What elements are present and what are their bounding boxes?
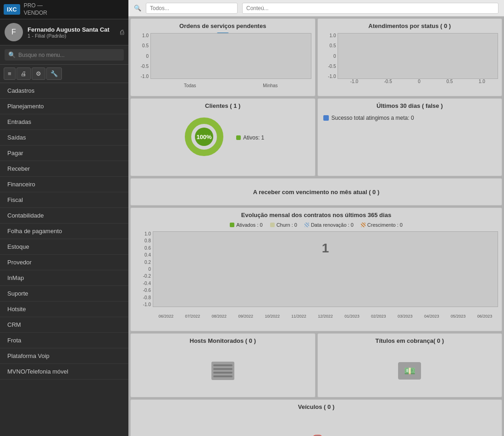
dashboard: Ordens de serviços pendentes 0 1.0 0.5 0… xyxy=(128,17,504,436)
ev-leg-crescimento: Crescimento : 0 xyxy=(361,222,403,228)
titulos-card: Títulos em cobrança( 0 ) 💵 xyxy=(317,333,503,397)
ultimos-card: Últimos 30 dias ( false ) Sucesso total … xyxy=(317,98,503,176)
evolucao-chart: 1.0 0.8 0.6 0.4 0.2 0 -0.2 -0.4 -0.6 -0.… xyxy=(134,231,498,319)
sidebar: IXC PRO — VENDOR F Fernando Augusto Sant… xyxy=(0,0,128,436)
veiculos-title: Veículos ( 0 ) xyxy=(298,403,334,410)
main-topbar: 🔍 xyxy=(128,0,504,17)
share-icon[interactable]: ⎙ xyxy=(120,28,124,36)
sidebar-item-voip[interactable]: Plataforma Voip xyxy=(0,348,128,364)
atend-x-labels: -1.0 -0.5 0 0.5 1.0 xyxy=(321,79,498,84)
y-label-5: -1.0 xyxy=(141,74,149,79)
sidebar-item-entradas[interactable]: Entradas xyxy=(0,114,128,130)
ev-dot-crescimento xyxy=(361,223,366,227)
x-label-todas: Todas xyxy=(184,83,196,88)
ev-label-churn: Churn : 0 xyxy=(277,222,297,228)
legend-ativos-label: Ativos: 1 xyxy=(243,134,264,141)
ordens-x-labels: Todas Minhas xyxy=(150,83,311,88)
evolucao-title: Evolução mensal dos contratos nos último… xyxy=(134,212,498,218)
user-status: 1 - Filial (Padrão) xyxy=(28,33,116,39)
atend-chart-area xyxy=(338,33,498,79)
server-row-3 xyxy=(213,372,233,374)
donut-svg: 100% xyxy=(181,114,227,160)
row-3: A receber com vencimento no mês atual ( … xyxy=(130,178,502,206)
sidebar-item-hotsite[interactable]: Hotsite xyxy=(0,302,128,317)
row-6: Veículos ( 0 ) 🚗 xyxy=(130,399,502,436)
user-name: Fernando Augusto Santa Cat xyxy=(28,26,116,33)
ev-label-renovacao: Data renovação : 0 xyxy=(311,222,354,228)
sidebar-item-estoque[interactable]: Estoque xyxy=(0,239,128,255)
ordens-title: Ordens de serviços pendentes xyxy=(134,22,311,29)
ordens-chart: 1.0 0.5 0 -0.5 -1.0 Todas Minhas xyxy=(134,33,311,88)
sidebar-item-suporte[interactable]: Suporte xyxy=(0,286,128,302)
hosts-icon-area xyxy=(211,348,234,393)
sidebar-item-saidas[interactable]: Saídas xyxy=(0,130,128,145)
clientes-card: Clientes ( 1 ) 100% xyxy=(130,98,316,176)
sidebar-item-planejamento[interactable]: Planejamento xyxy=(0,99,128,114)
at-x5: 1.0 xyxy=(479,79,485,84)
car-icon: 🚗 xyxy=(307,428,326,436)
sidebar-item-cadastros[interactable]: Cadastros xyxy=(0,83,128,99)
server-row-1 xyxy=(213,364,233,366)
areceber-card: A receber com vencimento no mês atual ( … xyxy=(130,178,502,206)
ultimos-legend-label: Sucesso total atingimos a meta: 0 xyxy=(332,115,414,121)
money-icon: 💵 xyxy=(398,362,421,380)
x-label-minhas: Minhas xyxy=(263,83,277,88)
ultimos-legend-dot xyxy=(323,115,329,121)
ultimos-title: Últimos 30 dias ( false ) xyxy=(321,102,498,109)
atendimentos-card: Atendimentos por status ( 0 ) 1.0 0.5 0 … xyxy=(317,18,503,96)
atend-y-axis: 1.0 0.5 0 -0.5 -1.0 xyxy=(321,33,338,79)
at-y3: 0 xyxy=(333,54,336,59)
search-icon-main: 🔍 xyxy=(134,5,141,11)
at-x3: 0 xyxy=(418,79,421,84)
y-label-2: 0.5 xyxy=(142,43,149,48)
at-y2: 0.5 xyxy=(330,43,336,48)
menu-icon-btn[interactable]: ≡ xyxy=(4,67,16,80)
clientes-legend: Ativos: 1 xyxy=(236,134,264,141)
server-row-2 xyxy=(213,368,233,370)
ev-leg-renovacao: Data renovação : 0 xyxy=(305,222,354,228)
main-search-input[interactable] xyxy=(146,3,238,14)
print-icon-btn[interactable]: 🖨 xyxy=(17,67,31,80)
nav-menu: Cadastros Planejamento Entradas Saídas P… xyxy=(0,83,128,380)
row-2: Clientes ( 1 ) 100% xyxy=(130,98,502,176)
sidebar-item-financeiro[interactable]: Financeiro xyxy=(0,177,128,192)
sidebar-toolbar: ≡ 🖨 ⚙ 🔧 xyxy=(0,65,128,83)
ev-label-crescimento: Crescimento : 0 xyxy=(367,222,403,228)
evolucao-card: Evolução mensal dos contratos nos último… xyxy=(130,207,502,331)
titulos-title: Títulos em cobrança( 0 ) xyxy=(375,337,444,344)
sidebar-item-folha[interactable]: Folha de pagamento xyxy=(0,224,128,239)
sidebar-item-contabilidade[interactable]: Contabilidade xyxy=(0,208,128,224)
clientes-donut-container: 100% Ativos: 1 xyxy=(134,114,311,161)
ultimos-legend: Sucesso total atingimos a meta: 0 xyxy=(321,113,498,123)
pro-vendor-text: PRO — VENDOR xyxy=(24,2,47,17)
sidebar-item-crm[interactable]: CRM xyxy=(0,317,128,333)
search-bar: 🔍 xyxy=(0,45,128,65)
ev-x-labels: 06/2022 07/2022 08/2022 09/2022 10/2022 … xyxy=(153,314,498,319)
settings-icon-btn[interactable]: ⚙ xyxy=(32,67,45,80)
ev-chart-area: 1 xyxy=(153,231,498,307)
ev-dot-churn xyxy=(270,223,275,227)
sidebar-item-provedor[interactable]: Provedor xyxy=(0,255,128,270)
atendimentos-title: Atendimentos por status ( 0 ) xyxy=(321,22,498,29)
at-y1: 1.0 xyxy=(330,33,336,38)
donut-chart: 100% xyxy=(181,114,227,161)
row-5: Hosts Monitorados ( 0 ) Títulos em cobra… xyxy=(130,333,502,397)
donut-percent: 100% xyxy=(197,134,212,140)
ordens-y-axis: 1.0 0.5 0 -0.5 -1.0 xyxy=(134,33,150,79)
logo-bar: IXC PRO — VENDOR xyxy=(0,0,128,19)
search-input-wrapper: 🔍 xyxy=(5,49,124,61)
search-input[interactable] xyxy=(18,52,120,58)
evolucao-legend: Ativados : 0 Churn : 0 Data renovação : … xyxy=(134,222,498,228)
sidebar-item-pagar[interactable]: Pagar xyxy=(0,145,128,161)
at-x1: -1.0 xyxy=(350,79,358,84)
sidebar-header: F Fernando Augusto Santa Cat 1 - Filial … xyxy=(0,19,128,45)
tools-icon-btn[interactable]: 🔧 xyxy=(46,67,62,80)
sidebar-item-inmap[interactable]: InMap xyxy=(0,270,128,286)
main-content-input[interactable] xyxy=(242,3,498,14)
sidebar-item-mvno[interactable]: MVNO/Telefonia móvel xyxy=(0,364,128,380)
sidebar-item-fiscal[interactable]: Fiscal xyxy=(0,192,128,208)
sidebar-item-receber[interactable]: Receber xyxy=(0,161,128,177)
at-x2: -0.5 xyxy=(384,79,392,84)
sidebar-item-frota[interactable]: Frota xyxy=(0,333,128,348)
veiculos-icon-area: 🚗 xyxy=(307,414,326,436)
